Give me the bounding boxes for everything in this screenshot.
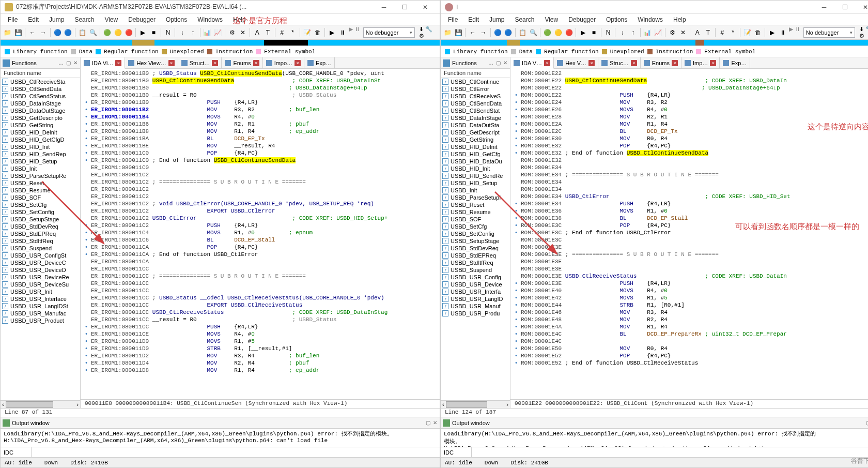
- function-item[interactable]: fUSBD_Init: [441, 187, 510, 194]
- menu-view[interactable]: View: [99, 15, 123, 24]
- disasm-line[interactable]: ER_IROM1:080011B0 ; USBD_Status USBD_Ctl…: [81, 70, 440, 77]
- debugger-selector[interactable]: No debugger: [803, 27, 855, 38]
- disasm-line[interactable]: •ROM:08001E26 MOVS R4, #0: [510, 106, 868, 113]
- menu-help[interactable]: Help: [668, 15, 691, 24]
- toolbar-button[interactable]: #: [718, 27, 727, 38]
- disasm-line[interactable]: ER_IROM1:080011CC USBD_CtlReceiveStatus …: [81, 309, 440, 316]
- functions-scrollbar[interactable]: ‹›: [441, 400, 510, 408]
- disasm-line[interactable]: ER_IROM1:080011B0 __result = R0 ; USBD_S…: [81, 92, 440, 99]
- disasm-line[interactable]: ER_IROM1:080011C2: [81, 193, 440, 200]
- toolbar-button[interactable]: #: [277, 27, 287, 38]
- toolbar-button[interactable]: T: [263, 27, 273, 38]
- output-header[interactable]: Output window ▢✕: [441, 417, 868, 429]
- function-item[interactable]: fUSBD_StdEPReq: [441, 252, 510, 259]
- toolbar-button[interactable]: ▶: [767, 27, 777, 38]
- output-text[interactable]: LoadLibrary(H:\IDA_Pro_v6.8_and_Hex-Rays…: [441, 429, 868, 447]
- toolbar-button[interactable]: 💾: [13, 27, 23, 38]
- disasm-line[interactable]: •ROM:08001E34 PUSH {R4,LR}: [510, 200, 868, 207]
- function-item[interactable]: fUSBD_SetCfg: [1, 201, 80, 208]
- function-item[interactable]: fUSBD_CtlError: [441, 85, 510, 93]
- disasm-line[interactable]: •ROM:08001E42 MOVS R1, #5: [510, 294, 868, 301]
- function-item[interactable]: fUSBD_DataOutSta: [441, 122, 510, 129]
- toolbar-button[interactable]: 📊: [643, 27, 653, 38]
- menu-options[interactable]: Options: [601, 15, 632, 24]
- disasm-line[interactable]: •ROM:08001E32 POP {R4,PC}: [510, 142, 868, 149]
- toolbar-button[interactable]: ⏸: [338, 27, 348, 38]
- toolbar-button[interactable]: ↑: [628, 27, 638, 38]
- disasm-line[interactable]: ROM:08001E3E ; =============== S U B R O…: [510, 251, 868, 258]
- toolbar-button[interactable]: ⚙: [227, 27, 237, 38]
- toolbar-button[interactable]: 📋: [518, 27, 528, 38]
- toolbar-button[interactable]: ←: [468, 27, 477, 38]
- disasm-line[interactable]: ROM:08001E3E: [510, 244, 868, 251]
- function-item[interactable]: fUSBD_SOF: [1, 194, 80, 201]
- disassembly-view[interactable]: 这个是待逆向内容 可以看到函数名顺序都是一模一样的 ROM:08001E22 R…: [510, 69, 868, 399]
- menu-debugger[interactable]: Debugger: [563, 15, 601, 24]
- disasm-line[interactable]: ROM:08001E3E: [510, 258, 868, 265]
- disasm-line[interactable]: ROM:08001E22 USBD_CtlContinueSendData ; …: [510, 77, 868, 84]
- toolbar-button[interactable]: N: [603, 27, 613, 38]
- titlebar[interactable]: 072标准库\Projects\HID\MDK-ARM\STM32F072B-E…: [1, 1, 440, 14]
- disasm-line[interactable]: ROM:08001E34: [510, 164, 868, 171]
- function-item[interactable]: fUSBD_DataInStage: [441, 114, 510, 122]
- toolbar-button[interactable]: 🔍: [88, 27, 98, 38]
- toolbar-button[interactable]: ▶: [578, 27, 588, 38]
- disasm-line[interactable]: ROM:08001E22: [510, 70, 868, 77]
- disasm-line[interactable]: ER_IROM1:080011CC __result = R0 ; USBD_S…: [81, 316, 440, 323]
- toolbar-button[interactable]: A: [252, 27, 262, 38]
- tab[interactable]: Exp…: [304, 57, 335, 68]
- toolbar-button[interactable]: 📋: [78, 27, 87, 38]
- function-item[interactable]: fUSBD_SetCfg: [441, 223, 510, 230]
- disasm-line[interactable]: ROM:08001E34: [510, 186, 868, 193]
- navigation-band[interactable]: [1, 40, 440, 46]
- function-item[interactable]: fUSBD_StdItfReq: [1, 237, 80, 245]
- tab-close-icon[interactable]: ×: [588, 60, 595, 66]
- tab-close-icon[interactable]: ×: [544, 60, 550, 66]
- output-text[interactable]: LoadLibrary(H:\IDA_Pro_v6.8_and_Hex-Rays…: [1, 429, 440, 447]
- menu-view[interactable]: View: [539, 15, 563, 24]
- function-item[interactable]: fUSBD_HID_GetCfgD: [1, 136, 80, 143]
- toolbar-button[interactable]: 🔴: [124, 27, 134, 38]
- function-item[interactable]: fUSBD_USR_LangID: [441, 295, 510, 303]
- disasm-line[interactable]: •ROM:08001E4A MOV R1, R4: [510, 323, 868, 330]
- disasm-line[interactable]: •ER_IROM1:080011BA BL DCD_EP_Tx: [81, 135, 440, 142]
- minimize-button[interactable]: ─: [374, 1, 394, 14]
- maximize-button[interactable]: ☐: [394, 1, 415, 14]
- menu-jump[interactable]: Jump: [44, 15, 69, 24]
- function-item[interactable]: fUSBD_StdItfReq: [441, 259, 510, 266]
- toolbar-button[interactable]: 📈: [213, 27, 223, 38]
- toolbar-button[interactable]: ↓: [177, 27, 187, 38]
- disasm-line[interactable]: •ER_IROM1:080011C0 ; End of function USB…: [81, 157, 440, 164]
- functions-column-header[interactable]: Function name: [441, 69, 510, 78]
- disasm-line[interactable]: ER_IROM1:080011CC ; =============== S U …: [81, 273, 440, 280]
- function-item[interactable]: fUSBD_CtlSendData: [1, 85, 80, 93]
- function-item[interactable]: fUSBD_Suspend: [1, 245, 80, 252]
- toolbar-button[interactable]: 🟢: [102, 27, 112, 38]
- disasm-line[interactable]: •ER_IROM1:080011D0 STRB R1, [__result,#1…: [81, 345, 440, 352]
- menu-file[interactable]: File: [3, 15, 23, 24]
- function-item[interactable]: fUSBD_HID_Init: [1, 143, 80, 150]
- function-item[interactable]: fUSBD_SetupStage: [441, 237, 510, 245]
- disasm-line[interactable]: ER_IROM1:080011C2: [81, 186, 440, 193]
- cmd-language[interactable]: IDC: [1, 447, 32, 457]
- toolbar-button[interactable]: 💾: [454, 27, 463, 38]
- function-item[interactable]: fUSBD_ParseSetupRe: [1, 172, 80, 179]
- function-item[interactable]: fUSBD_USR_Manuf: [441, 303, 510, 310]
- function-item[interactable]: fUSBD_USR_Init: [1, 288, 80, 295]
- disasm-line[interactable]: •ER_IROM1:080011CA ; End of function USB…: [81, 251, 440, 258]
- disasm-line[interactable]: ER_IROM1:080011C2 ; =============== S U …: [81, 178, 440, 186]
- disasm-line[interactable]: ER_IROM1:080011CC: [81, 287, 440, 294]
- disasm-line[interactable]: ROM:08001E34: [510, 178, 868, 186]
- function-item[interactable]: fUSBD_CtlReceiveSta: [1, 78, 80, 85]
- toolbar-button[interactable]: *: [728, 27, 738, 38]
- function-item[interactable]: fUSBD_StdEPReq: [1, 230, 80, 237]
- menu-edit[interactable]: Edit: [463, 15, 484, 24]
- disasm-line[interactable]: •ROM:08001E4C: [510, 338, 868, 345]
- function-item[interactable]: fUSBD_CtlSendStat: [441, 107, 510, 114]
- tab[interactable]: Impo…×: [263, 57, 304, 68]
- function-item[interactable]: fUSBD_USR_DeviceRe: [1, 274, 80, 281]
- functions-scrollbar[interactable]: ‹›: [1, 400, 80, 408]
- disasm-line[interactable]: •ROM:08001E52 ; End of function USBD_Ctl…: [510, 359, 868, 367]
- function-item[interactable]: fUSBD_HID_DeInit: [441, 143, 510, 150]
- disasm-line[interactable]: ER_IROM1:080011C2 USBD_CtlError ; CODE X…: [81, 215, 440, 222]
